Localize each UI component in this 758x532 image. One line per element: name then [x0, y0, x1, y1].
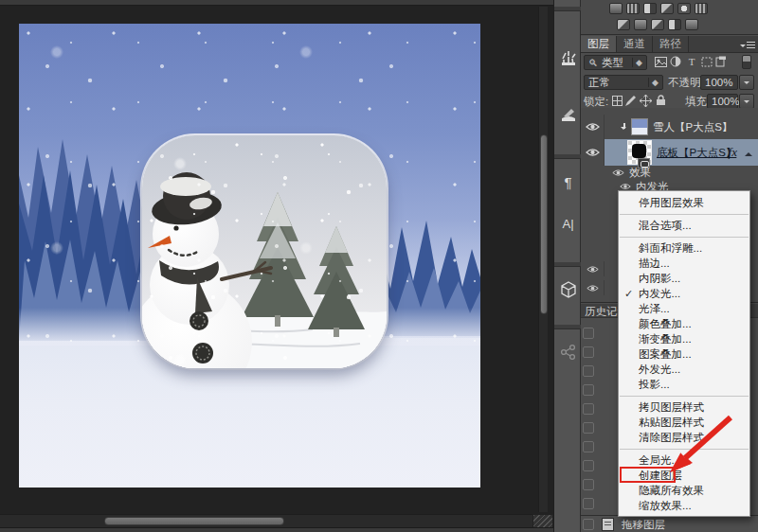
eye-icon[interactable]: [612, 168, 624, 177]
lock-image-pixels-icon[interactable]: [623, 94, 637, 107]
history-state-checkbox[interactable]: [583, 498, 594, 509]
filter-type-select[interactable]: 🔍︎ 类型 ◆: [584, 55, 647, 70]
adjustment-icon[interactable]: [660, 3, 674, 14]
eye-icon[interactable]: [586, 148, 600, 157]
menu-item-bevel-emboss[interactable]: 斜面和浮雕...: [619, 240, 749, 256]
history-state-checkbox[interactable]: [583, 346, 594, 358]
adjustment-icon[interactable]: [695, 3, 708, 14]
menu-item-satin[interactable]: 光泽...: [619, 301, 749, 316]
filter-adjustment-layers-icon[interactable]: [669, 55, 682, 68]
eye-icon[interactable]: [587, 284, 599, 293]
history-state-name[interactable]: 拖移图层: [622, 518, 665, 532]
menu-item-inner-glow[interactable]: ✓ 内发光...: [619, 286, 749, 301]
3d-panel-icon[interactable]: [554, 278, 582, 301]
menu-item-hide-all-effects[interactable]: 隐藏所有效果: [619, 483, 749, 498]
dock-group-header[interactable]: [554, 325, 582, 329]
opacity-input[interactable]: 100%: [700, 75, 738, 90]
menu-item-inner-shadow[interactable]: 内阴影...: [619, 271, 749, 286]
lock-transparent-pixels-icon[interactable]: [610, 94, 623, 107]
adjustment-icon[interactable]: [651, 19, 664, 30]
menu-item-stroke[interactable]: 描边...: [619, 256, 749, 271]
character-panel-icon[interactable]: A|: [554, 212, 582, 235]
lock-all-icon[interactable]: [654, 94, 667, 107]
eye-icon[interactable]: [586, 122, 600, 132]
document-image[interactable]: [19, 24, 480, 488]
resize-grip[interactable]: [533, 515, 552, 527]
history-state-checkbox[interactable]: [583, 365, 594, 377]
vertical-scrollbar-thumb[interactable]: [540, 134, 548, 314]
paragraph-panel-icon[interactable]: ¶: [554, 170, 582, 193]
layer-thumbnail[interactable]: [631, 118, 648, 135]
blend-mode-select[interactable]: 正常 ◆: [584, 75, 663, 90]
eye-icon[interactable]: [620, 183, 631, 190]
filter-type-layers-icon[interactable]: T: [685, 55, 698, 68]
adjustment-icon[interactable]: [617, 19, 630, 30]
effects-row[interactable]: 效果: [581, 166, 758, 180]
menu-item-paste-layer-style[interactable]: 粘贴图层样式: [619, 415, 749, 430]
menu-item-color-overlay[interactable]: 颜色叠加...: [619, 316, 749, 331]
share-panel-icon[interactable]: [554, 341, 582, 364]
history-current-state-row[interactable]: 拖移图层: [581, 515, 758, 532]
opacity-dropdown-button[interactable]: [739, 75, 754, 90]
layer-name[interactable]: 底板【P大点S】: [657, 146, 736, 160]
menu-item-disable-layer-effects[interactable]: 停用图层效果: [619, 195, 749, 210]
vertical-scrollbar[interactable]: [538, 7, 548, 512]
visibility-well[interactable]: [581, 139, 605, 166]
visibility-well[interactable]: [581, 115, 605, 139]
adjustment-icon[interactable]: [626, 3, 640, 14]
history-state-checkbox[interactable]: [583, 441, 594, 452]
menu-item-pattern-overlay[interactable]: 图案叠加...: [619, 346, 749, 362]
visibility-well[interactable]: [581, 261, 605, 276]
horizontal-scrollbar-thumb[interactable]: [104, 517, 284, 525]
eye-icon[interactable]: [587, 265, 599, 274]
filter-shape-layers-icon[interactable]: [700, 55, 713, 68]
tab-layers[interactable]: 图层: [581, 36, 617, 52]
panel-menu-icon[interactable]: [740, 42, 755, 51]
dock-group-header[interactable]: [554, 262, 582, 267]
menu-item-scale-effects[interactable]: 缩放效果...: [619, 498, 749, 513]
adjustment-icon[interactable]: [668, 19, 681, 30]
adjustment-icon[interactable]: [609, 3, 623, 14]
filter-smart-objects-icon[interactable]: [714, 55, 728, 68]
history-state-checkbox[interactable]: [583, 328, 594, 339]
menu-item-global-light[interactable]: 全局光...: [619, 452, 749, 468]
history-state-checkbox[interactable]: [583, 384, 594, 396]
menu-item-copy-layer-style[interactable]: 拷贝图层样式: [619, 399, 749, 415]
dock-group-header[interactable]: [554, 7, 582, 11]
layer-row-snowman[interactable]: 雪人【P大点S】: [581, 115, 758, 139]
adjustment-icon[interactable]: [634, 19, 647, 30]
fill-dropdown-button[interactable]: [739, 94, 754, 109]
history-state-checkbox[interactable]: [583, 479, 594, 490]
layer-thumbnail[interactable]: [627, 140, 652, 165]
dock-group-header[interactable]: [554, 154, 582, 159]
fx-badge[interactable]: fx: [729, 145, 737, 160]
collapse-effects-arrow[interactable]: [745, 149, 752, 156]
menu-separator: [620, 237, 749, 238]
menu-item-outer-glow[interactable]: 外发光...: [619, 362, 749, 377]
snowman-app-icon[interactable]: [142, 135, 387, 368]
adjustment-icon[interactable]: [685, 19, 698, 30]
history-state-checkbox[interactable]: [583, 519, 594, 530]
brush-presets-icon[interactable]: [554, 47, 582, 70]
menu-item-clear-layer-style[interactable]: 清除图层样式: [619, 430, 749, 445]
layer-row-base-selected[interactable]: 底板【P大点S】 fx: [581, 139, 758, 166]
visibility-well[interactable]: [581, 280, 605, 295]
menu-item-blending-options[interactable]: 混合选项...: [619, 218, 749, 233]
history-state-checkbox[interactable]: [583, 422, 594, 434]
adjustment-icon[interactable]: [643, 3, 657, 14]
layer-name[interactable]: 雪人【P大点S】: [653, 120, 732, 134]
filter-pixel-layers-icon[interactable]: [654, 55, 667, 68]
menu-item-drop-shadow[interactable]: 投影...: [619, 377, 749, 392]
history-state-checkbox[interactable]: [583, 460, 594, 471]
lock-position-icon[interactable]: [639, 94, 652, 107]
menu-item-create-layer[interactable]: 创建图层: [619, 468, 749, 483]
tab-paths[interactable]: 路径: [653, 36, 689, 52]
horizontal-scrollbar[interactable]: [0, 514, 532, 527]
filter-toggle-switch[interactable]: [742, 55, 751, 69]
history-state-checkbox[interactable]: [583, 403, 594, 415]
fill-input[interactable]: 100%: [707, 94, 738, 109]
tab-channels[interactable]: 通道: [617, 36, 653, 52]
clone-source-icon[interactable]: [554, 104, 582, 127]
menu-item-gradient-overlay[interactable]: 渐变叠加...: [619, 331, 749, 346]
adjustment-icon[interactable]: [677, 3, 691, 14]
